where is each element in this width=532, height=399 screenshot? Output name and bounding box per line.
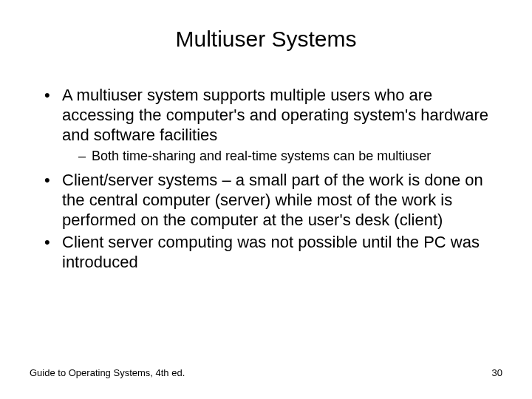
bullet-item: A multiuser system supports multiple use… [44,86,502,165]
sub-bullet-list: Both time-sharing and real-time systems … [62,148,502,165]
bullet-text: Client server computing was not possible… [62,233,480,271]
bullet-item: Client server computing was not possible… [44,233,502,273]
bullet-text: A multiuser system supports multiple use… [62,86,488,144]
footer: Guide to Operating Systems, 4th ed. 30 [30,367,502,378]
bullet-item: Client/server systems – a small part of … [44,171,502,230]
sub-bullet-item: Both time-sharing and real-time systems … [78,148,502,165]
page-number: 30 [492,367,502,378]
bullet-list: A multiuser system supports multiple use… [30,86,502,273]
sub-bullet-text: Both time-sharing and real-time systems … [92,149,431,163]
footer-source: Guide to Operating Systems, 4th ed. [30,367,185,378]
slide: Multiuser Systems A multiuser system sup… [0,0,532,399]
slide-title: Multiuser Systems [30,27,502,52]
bullet-text: Client/server systems – a small part of … [62,171,483,229]
